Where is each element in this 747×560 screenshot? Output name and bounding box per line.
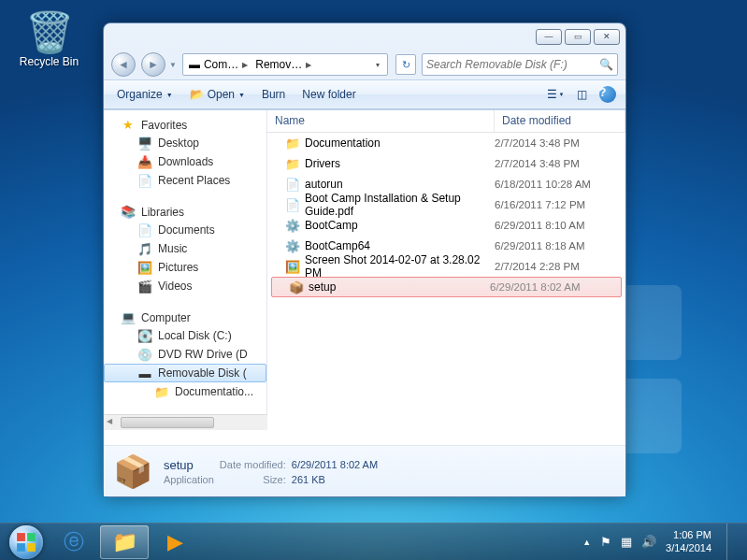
organize-menu[interactable]: Organize▼	[111, 85, 179, 104]
details-size-label: Size:	[220, 474, 286, 485]
file-name: Screen Shot 2014-02-07 at 3.28.02 PM	[301, 253, 495, 280]
scrollbar-thumb[interactable]	[121, 417, 214, 428]
file-row[interactable]: 📄Boot Camp Installation & Setup Guide.pd…	[267, 194, 625, 215]
folder-icon: 📁	[284, 157, 301, 171]
svg-rect-4	[17, 533, 25, 541]
details-date: 6/29/2011 8:02 AM	[292, 459, 378, 470]
file-date: 2/7/2014 2:28 PM	[495, 261, 625, 272]
chevron-down-icon: ▼	[238, 92, 245, 98]
svg-rect-6	[17, 543, 25, 552]
nav-history-dropdown[interactable]: ▼	[169, 61, 177, 69]
msi-icon: ⚙️	[284, 219, 301, 233]
preview-pane-button[interactable]: ◫	[571, 84, 592, 105]
open-button[interactable]: 📂Open▼	[184, 85, 251, 104]
burn-button[interactable]: Burn	[256, 85, 291, 104]
details-name: setup	[164, 458, 214, 472]
details-pane: 📦 setup Date modified: 6/29/2011 8:02 AM…	[104, 445, 625, 496]
chevron-right-icon: ▶	[306, 61, 311, 69]
nav-local-c[interactable]: 💽Local Disk (C:)	[104, 326, 266, 345]
column-header-date[interactable]: Date modified	[495, 110, 625, 132]
file-row[interactable]: 📦setup6/29/2011 8:02 AM	[271, 277, 622, 297]
help-icon: ?	[599, 86, 616, 103]
navpane-scrollbar[interactable]: ◀	[104, 414, 267, 430]
folder-icon: 📁	[284, 136, 301, 151]
minimize-button[interactable]: —	[536, 29, 562, 45]
recycle-bin[interactable]: 🗑️ Recycle Bin	[14, 9, 84, 68]
nav-removable-disk[interactable]: ▬Removable Disk (	[104, 364, 266, 382]
dvd-icon: 💿	[137, 348, 152, 362]
file-date: 6/29/2011 8:02 AM	[490, 281, 621, 293]
system-tray: ▲ ⚑ ▦ 🔊 1:06 PM 3/14/2014	[582, 524, 743, 561]
nav-downloads[interactable]: 📥Downloads	[104, 152, 266, 171]
nav-pictures[interactable]: 🖼️Pictures	[104, 258, 266, 277]
column-header-name[interactable]: Name	[267, 110, 495, 132]
computer-icon: 💻	[121, 310, 136, 324]
details-type: Application	[164, 474, 214, 485]
navigation-pane[interactable]: ★Favorites 🖥️Desktop 📥Downloads 📄Recent …	[104, 110, 267, 414]
star-icon: ★	[121, 118, 136, 132]
volume-icon[interactable]: 🔊	[641, 535, 656, 549]
breadcrumb-removable[interactable]: Remov…▶	[251, 54, 315, 75]
documents-icon: 📄	[137, 223, 152, 237]
libraries-icon: 📚	[121, 205, 136, 219]
downloads-icon: 📥	[137, 155, 152, 169]
open-icon: 📂	[190, 88, 204, 101]
address-bar[interactable]: ▬Com…▶ Remov…▶ ▾	[182, 53, 388, 76]
search-input[interactable]	[426, 58, 599, 71]
start-button[interactable]	[4, 524, 49, 560]
breadcrumb-computer[interactable]: ▬Com…▶	[185, 54, 251, 75]
file-row[interactable]: 📁Drivers2/7/2014 3:48 PM	[267, 153, 625, 174]
favorites-group[interactable]: ★Favorites	[104, 116, 266, 134]
show-desktop-button[interactable]	[726, 524, 738, 561]
nav-removable-child[interactable]: 📁Documentatio...	[104, 382, 266, 401]
clock[interactable]: 1:06 PM 3/14/2014	[666, 529, 711, 553]
details-size: 261 KB	[292, 474, 378, 485]
nav-recent[interactable]: 📄Recent Places	[104, 171, 266, 190]
tray-overflow[interactable]: ▲	[582, 538, 591, 547]
clock-time: 1:06 PM	[666, 529, 711, 541]
file-list: Name Date modified 📁Documentation2/7/201…	[267, 110, 625, 445]
new-folder-button[interactable]: New folder	[296, 85, 361, 104]
toolbar: Organize▼ 📂Open▼ Burn New folder ☰▼ ◫ ?	[104, 79, 625, 109]
file-row[interactable]: 🖼️Screen Shot 2014-02-07 at 3.28.02 PM2/…	[267, 256, 625, 277]
recycle-bin-icon: 🗑️	[14, 9, 84, 55]
network-icon[interactable]: ▦	[621, 535, 632, 549]
search-box[interactable]: 🔍	[422, 53, 618, 76]
file-date: 2/7/2014 3:48 PM	[495, 137, 625, 149]
refresh-button[interactable]: ↻	[395, 54, 416, 75]
action-center-icon[interactable]: ⚑	[600, 535, 611, 549]
music-icon: 🎵	[137, 242, 152, 256]
taskbar-ie[interactable]: ⓔ	[50, 525, 98, 559]
clock-date: 3/14/2014	[666, 542, 711, 554]
file-date: 6/29/2011 8:18 AM	[495, 240, 625, 251]
ini-icon: 📄	[284, 178, 301, 192]
chevron-down-icon: ▼	[166, 92, 173, 98]
exe-icon: 📦	[288, 280, 305, 294]
file-row[interactable]: 📁Documentation2/7/2014 3:48 PM	[267, 133, 625, 153]
nav-videos[interactable]: 🎬Videos	[104, 277, 266, 295]
computer-group[interactable]: 💻Computer	[104, 309, 266, 326]
help-button[interactable]: ?	[597, 84, 618, 105]
libraries-group[interactable]: 📚Libraries	[104, 203, 266, 221]
close-button[interactable]: ✕	[594, 29, 620, 45]
chevron-right-icon: ▶	[242, 61, 248, 69]
file-name: BootCamp	[301, 219, 495, 232]
taskbar-explorer[interactable]: 📁	[100, 525, 149, 559]
start-orb-icon	[9, 525, 43, 559]
titlebar[interactable]: — ▭ ✕	[104, 23, 625, 50]
view-options-button[interactable]: ☰▼	[545, 84, 566, 105]
address-dropdown[interactable]: ▾	[370, 61, 385, 69]
pdf-icon: 📄	[284, 198, 301, 212]
nav-documents[interactable]: 📄Documents	[104, 221, 266, 239]
pictures-icon: 🖼️	[137, 261, 152, 275]
maximize-button[interactable]: ▭	[565, 29, 591, 45]
nav-music[interactable]: 🎵Music	[104, 239, 266, 258]
nav-desktop[interactable]: 🖥️Desktop	[104, 134, 266, 152]
file-name: BootCamp64	[301, 239, 495, 252]
taskbar-media-player[interactable]: ▶	[151, 525, 199, 559]
file-date: 6/16/2011 7:12 PM	[495, 199, 625, 210]
nav-forward-button[interactable]: ►	[141, 52, 165, 77]
file-row[interactable]: ⚙️BootCamp6/29/2011 8:10 AM	[267, 215, 625, 236]
nav-back-button[interactable]: ◄	[111, 52, 136, 77]
nav-dvd[interactable]: 💿DVD RW Drive (D	[104, 345, 266, 364]
